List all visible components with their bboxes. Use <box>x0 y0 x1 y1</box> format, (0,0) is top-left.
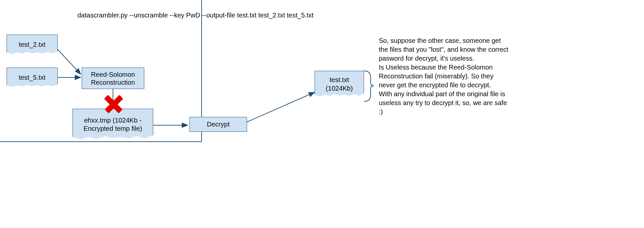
input-file-2-label: test_5.txt <box>19 74 45 81</box>
diagram-canvas: datascrambler.py --unscramble --key PwD … <box>0 0 644 228</box>
reed-solomon-label: Reed-Solomon Reconstruction <box>85 71 141 86</box>
command-line-text: datascrambler.py --unscramble --key PwD … <box>77 12 314 19</box>
output-file: test.txt (1024Kb) <box>315 71 364 97</box>
input-file-2: test_5.txt <box>7 68 58 87</box>
failure-x-icon <box>102 92 125 115</box>
svg-line-2 <box>58 49 81 74</box>
encrypted-temp-label: ehxx.tmp (1024Kb - Encrypted temp file) <box>75 116 150 133</box>
svg-line-6 <box>247 92 315 122</box>
reed-solomon-box: Reed-Solomon Reconstruction <box>82 68 144 89</box>
decrypt-box: Decrypt <box>189 117 247 132</box>
decrypt-label: Decrypt <box>207 121 230 128</box>
output-file-label: test.txt (1024Kb) <box>318 75 361 93</box>
input-file-1: test_2.txt <box>7 35 58 54</box>
annotation-text: So, suppose the other case, someone get … <box>379 36 511 116</box>
input-file-1-label: test_2.txt <box>19 41 45 48</box>
